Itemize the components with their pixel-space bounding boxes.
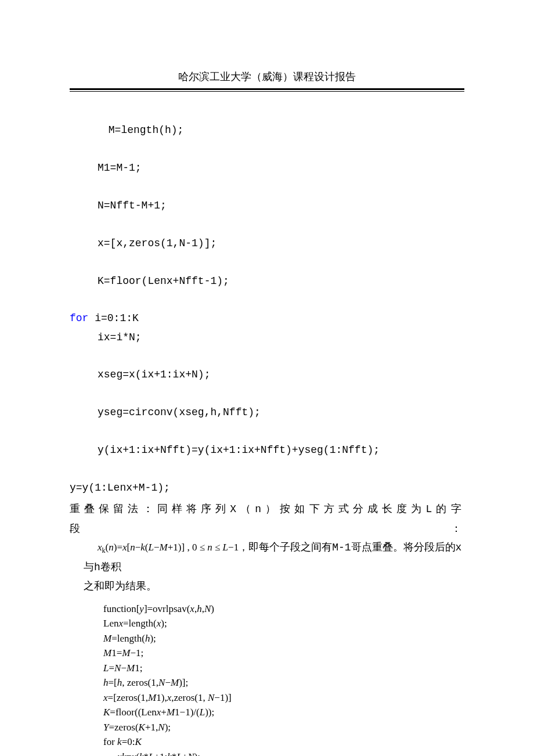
page-header: 哈尔滨工业大学（威海）课程设计报告 — [70, 70, 464, 87]
code-line: K=floor(Lenx+Nfft-1); — [70, 272, 464, 290]
text: 即每个子段之间有 — [248, 541, 332, 553]
code-line: y=y(1:Lenx+M-1); — [70, 482, 170, 494]
text-mono: X（n） — [230, 503, 280, 515]
text-mono: h — [94, 561, 100, 573]
text-mono: M-1 — [332, 542, 351, 553]
page: 哈尔滨工业大学（威海）课程设计报告 M=length(h); M1=M-1; N… — [0, 0, 534, 756]
algo-line: Lenx=length(x); — [103, 616, 464, 631]
algo-line: h=[h, zeros(1,N−M)]; — [103, 675, 464, 690]
code-line: y(ix+1:ix+Nfft)=y(ix+1:ix+Nfft)+yseg(1:N… — [70, 441, 464, 459]
para-line-1: 重叠保留法：同样将序列X（n）按如下方式分成长度为L的字段： — [70, 499, 464, 538]
para-line-3: 之和即为结果。 — [70, 577, 464, 595]
code-line: x=[x,zeros(1,N-1)]; — [70, 234, 464, 253]
text: 重叠保留法：同样将序列 — [70, 503, 230, 514]
algo-line: xk=x(k*L+1:k*L+N); — [103, 750, 464, 756]
algo-line: L=N−M1; — [103, 661, 464, 676]
algo-line: for k=0:K — [103, 735, 464, 750]
code-line: for i=0:1:K — [70, 312, 139, 324]
code-line: N=Nfft-M+1; — [70, 196, 464, 215]
code-line: yseg=circonv(xseg,h,Nfft); — [70, 403, 464, 422]
text: 哥点重叠。将分段后的 — [351, 541, 456, 553]
text: 与 — [84, 561, 94, 573]
algo-line: function[y]=ovrlpsav(x,h,N) — [103, 602, 464, 617]
text-mono: L — [426, 503, 435, 515]
algo-line: M1=M−1; — [103, 646, 464, 661]
formula: xk(n)=x[n−k(L−M+1)] , 0 ≤ n ≤ L−1， — [84, 542, 248, 553]
text: 按如下方式分成长度为 — [280, 503, 425, 514]
keyword-for: for — [70, 312, 88, 324]
para-line-2: xk(n)=x[n−k(L−M+1)] , 0 ≤ n ≤ L−1，即每个子段之… — [70, 538, 464, 577]
code-line: M=length(h); — [70, 121, 464, 139]
algo-line: M=length(h); — [103, 631, 464, 646]
code-text: i=0:1:K — [88, 312, 138, 324]
header-rule — [70, 88, 464, 92]
code-block-1: M=length(h); M1=M-1; N=Nfft-M+1; x=[x,ze… — [70, 102, 464, 497]
text-mono: x — [456, 542, 462, 553]
code-line: xseg=x(ix+1:ix+N); — [70, 365, 464, 384]
code-line: ix=i*N; — [70, 328, 464, 347]
paragraph-overlap-save: 重叠保留法：同样将序列X（n）按如下方式分成长度为L的字段： xk(n)=x[n… — [70, 499, 464, 596]
algo-line: Y=zeros(K+1,N); — [103, 720, 464, 735]
algo-line: K=floor((Lenx+M1−1)/(L)); — [103, 705, 464, 720]
text: 卷积 — [100, 561, 121, 573]
algo-line: x=[zeros(1,M1),x,zeros(1, N−1)] — [103, 690, 464, 705]
code-line: M1=M-1; — [70, 159, 464, 177]
algorithm-block: function[y]=ovrlpsav(x,h,N) Lenx=length(… — [70, 602, 464, 756]
